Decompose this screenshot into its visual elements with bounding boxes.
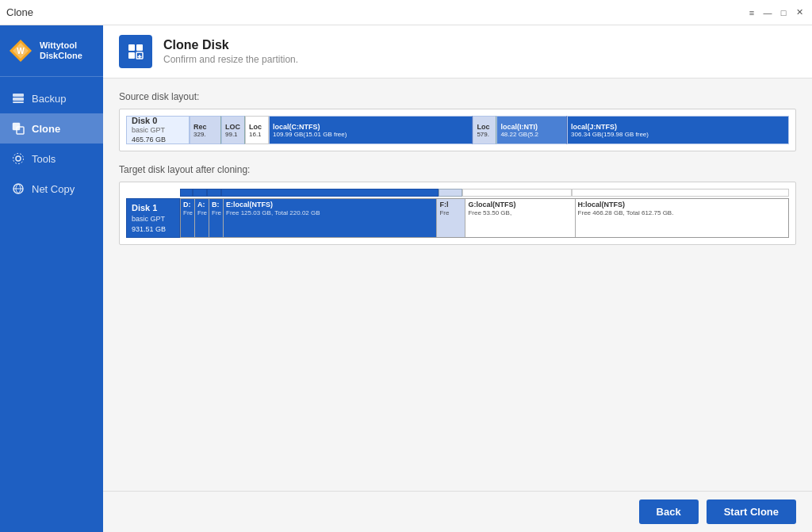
page-title: Clone Disk — [163, 38, 298, 52]
page-subtitle: Confirm and resize the partition. — [163, 54, 298, 65]
source-disk-label: Disk 0 basic GPT 465.76 GB — [126, 116, 190, 144]
target-disk-label: Disk 1 basic GPT 931.51 GB — [126, 198, 180, 238]
footer: Back Start Clone — [103, 491, 812, 532]
sidebar-item-netcopy[interactable]: Net Copy — [0, 174, 103, 204]
sidebar-item-backup-label: Backup — [32, 93, 66, 105]
page-header-icon — [119, 35, 152, 68]
clone-disk-icon — [126, 42, 145, 61]
target-part-a: A: Fre — [195, 199, 209, 237]
page-header: Clone Disk Confirm and resize the partit… — [103, 25, 812, 78]
svg-rect-12 — [136, 44, 143, 51]
main-layout: W Wittytool DiskClone Backup — [0, 25, 812, 532]
sidebar-item-tools[interactable]: Tools — [0, 144, 103, 174]
target-part-h: H:local(NTFS) Free 466.28 GB, Total 612.… — [576, 199, 788, 237]
svg-rect-5 — [13, 101, 24, 103]
titlebar: Clone ≡ — □ ✕ — [0, 0, 812, 25]
sidebar-item-clone-label: Clone — [32, 123, 60, 135]
menu-button[interactable]: ≡ — [745, 6, 758, 19]
svg-rect-4 — [13, 98, 24, 101]
source-part-j: local(J:NTFS) 306.34 GB(159.98 GB free) — [567, 116, 789, 144]
window-controls: ≡ — □ ✕ — [745, 6, 806, 19]
logo-icon: W — [8, 38, 33, 63]
close-button[interactable]: ✕ — [793, 6, 806, 19]
target-part-e: E:local(NTFS) Free 125.03 GB, Total 220.… — [224, 199, 437, 237]
start-clone-button[interactable]: Start Clone — [707, 499, 796, 524]
source-disk-row: Disk 0 basic GPT 465.76 GB Rec 329. LOC — [126, 116, 789, 144]
svg-rect-11 — [128, 44, 135, 51]
backup-icon — [11, 91, 25, 105]
target-disk-layout: Disk 1 basic GPT 931.51 GB D: Fre A: — [119, 182, 796, 245]
source-part-c: local(C:NTFS) 109.99 GB(15.01 GB free) — [269, 116, 473, 144]
sidebar-item-netcopy-label: Net Copy — [32, 183, 75, 195]
svg-point-8 — [16, 156, 21, 161]
sidebar: W Wittytool DiskClone Backup — [0, 25, 103, 532]
netcopy-icon — [11, 182, 25, 196]
svg-rect-13 — [128, 52, 135, 59]
source-part-loc1: LOC 99.1 — [221, 116, 245, 144]
window-title: Clone — [6, 6, 33, 18]
source-disk-layout: Disk 0 basic GPT 465.76 GB Rec 329. LOC — [119, 109, 796, 151]
tools-icon — [11, 151, 25, 166]
target-section-label: Target disk layout after cloning: — [119, 164, 796, 175]
svg-text:W: W — [17, 47, 25, 55]
target-part-b: B: Fre — [209, 199, 224, 237]
source-part-rec: Rec 329. — [190, 116, 221, 144]
sidebar-item-backup[interactable]: Backup — [0, 83, 103, 113]
back-button[interactable]: Back — [639, 499, 699, 524]
source-part-loc2: Loc 16.1 — [245, 116, 269, 144]
clone-indicator-bar — [180, 189, 789, 197]
minimize-button[interactable]: — — [761, 6, 774, 19]
svg-rect-3 — [13, 94, 24, 97]
source-part-loc3: Loc 579. — [473, 116, 496, 144]
sidebar-item-clone[interactable]: Clone — [0, 113, 103, 144]
source-part-i: local(I:NTI) 48.22 GB(5.2 — [496, 116, 567, 144]
logo-text: Wittytool DiskClone — [40, 40, 82, 61]
sidebar-item-tools-label: Tools — [32, 153, 56, 165]
page-header-text: Clone Disk Confirm and resize the partit… — [163, 38, 298, 65]
maximize-button[interactable]: □ — [777, 6, 790, 19]
target-part-g: G:local(NTFS) Free 53.50 GB, — [465, 199, 575, 237]
source-section-label: Source disk layout: — [119, 91, 796, 102]
target-part-f: F:l Fre — [437, 199, 465, 237]
svg-point-9 — [13, 154, 24, 164]
sidebar-nav: Backup Clone Tools — [0, 77, 103, 204]
logo: W Wittytool DiskClone — [0, 25, 103, 77]
content-area: Clone Disk Confirm and resize the partit… — [103, 25, 812, 532]
clone-icon — [11, 121, 25, 136]
target-partitions: D: Fre A: Fre B: Fre — [180, 198, 789, 238]
source-partitions: Rec 329. LOC 99.1 Loc 16.1 — [190, 116, 789, 144]
target-disk-row: Disk 1 basic GPT 931.51 GB D: Fre A: — [126, 198, 789, 238]
target-part-d: D: Fre — [181, 199, 195, 237]
main-content: Source disk layout: Disk 0 basic GPT 465… — [103, 78, 812, 491]
